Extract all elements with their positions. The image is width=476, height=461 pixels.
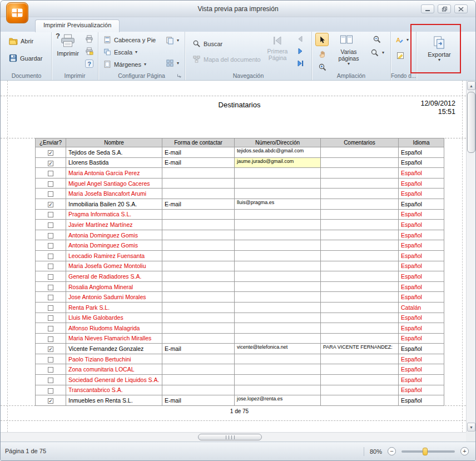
column-header: ¿Enviar? [36, 138, 66, 147]
cell-nombre: Maria Josefa Blancafort Arumi [66, 189, 162, 199]
marca-agua-button[interactable]: A ▾ [393, 34, 410, 46]
margenes-button[interactable]: Márgenes ▾ [102, 59, 148, 70]
cell-enviar [36, 230, 66, 240]
document-date: 12/09/2012 [362, 100, 455, 108]
table-row: Sociedad General de Liquidos S.A.Español [36, 375, 444, 385]
cell-idioma: Español [399, 292, 444, 303]
varias-paginas-button[interactable]: Varias páginas ▾ [331, 48, 366, 66]
cell-forma: E-mail [162, 344, 235, 354]
zoom-in-status-button[interactable]: + [460, 447, 469, 455]
chevron-down-icon: ▾ [406, 38, 409, 42]
cell-idioma: Español [399, 354, 444, 364]
cell-numero: jaume.jurado@gmail.com [235, 157, 321, 168]
pagina-anterior-button[interactable] [294, 33, 306, 44]
group-documento: Abrir Guardar Documento [2, 32, 52, 80]
margins-icon [103, 60, 111, 68]
cell-nombre: General de Radiadores S.A. [66, 271, 162, 282]
pagina-siguiente-button[interactable] [294, 46, 306, 57]
cell-enviar [36, 385, 66, 395]
guardar-button[interactable]: Guardar [7, 53, 44, 63]
ultima-pagina-button[interactable] [294, 58, 306, 69]
document-time: 15:51 [362, 108, 455, 116]
escala-button[interactable]: Escala ▾ [102, 47, 139, 57]
application-button[interactable] [6, 2, 28, 23]
cell-idioma: Español [399, 199, 444, 209]
cell-enviar [36, 168, 66, 179]
page-preview[interactable]: Destinatarios 12/09/2012 15:51 ¿Enviar?N… [1, 81, 466, 432]
zoom-in-icon [318, 63, 327, 72]
cell-comentarios [321, 230, 399, 240]
cell-nombre: Renta Park S.L. [66, 302, 162, 313]
cell-enviar [36, 240, 66, 251]
enviar-checkbox [48, 171, 53, 176]
cell-idioma: Español [399, 281, 444, 292]
scroll-up-button[interactable]: ▲ [467, 81, 475, 90]
mapa-documento-button[interactable]: Mapa del documento [191, 54, 262, 65]
table-row: Jose Antonio Sadurni MoralesEspañol [36, 292, 444, 303]
primera-pagina-button[interactable]: Primera Página [264, 32, 291, 70]
horizontal-scroll-thumb[interactable] [198, 434, 262, 440]
printer-icon: ? [60, 33, 76, 48]
scale-icon [103, 48, 111, 56]
zoom-in-button[interactable] [316, 62, 329, 73]
pointer-tool-button[interactable] [315, 33, 329, 46]
cell-comentarios [321, 354, 399, 364]
preview-area: Destinatarios 12/09/2012 15:51 ¿Enviar?N… [1, 81, 475, 442]
table-row: Javier Martínez MartínezEspañol [36, 220, 444, 230]
cell-numero [235, 292, 321, 303]
zoom-slider[interactable] [401, 450, 455, 453]
cell-idioma: Español [399, 271, 444, 282]
zoom-out-button[interactable] [371, 34, 383, 45]
cell-idioma: Español [399, 230, 444, 240]
cell-comentarios [321, 240, 399, 251]
cell-numero: vicente@telefonica.net [235, 344, 321, 354]
imprimir-button[interactable]: ? Imprimir [53, 32, 82, 70]
horizontal-scrollbar[interactable] [1, 432, 466, 442]
abrir-button[interactable]: Abrir [7, 36, 35, 46]
page-indicator: Página 1 de 75 [5, 448, 46, 454]
enviar-checkbox [48, 305, 53, 311]
column-header: Forma de contactar [162, 138, 235, 147]
varias-paginas-icon-button[interactable] [338, 33, 355, 47]
cell-idioma: Español [399, 168, 444, 179]
zoom-out-status-button[interactable]: − [388, 447, 396, 455]
paper-size-dropdown-button[interactable]: ▾ [164, 58, 181, 68]
cell-idioma: Español [399, 178, 444, 189]
cabecera-pie-button[interactable]: Cabecera y Pie [102, 34, 157, 45]
cell-forma [162, 271, 235, 282]
quick-print-button[interactable] [83, 34, 95, 44]
cell-forma [162, 292, 235, 303]
vertical-scrollbar[interactable]: ▲ ▼ [466, 81, 475, 432]
vertical-scroll-thumb[interactable] [467, 92, 475, 153]
tab-imprimir-previsualizacion[interactable]: Imprimir Previsualización [35, 19, 120, 32]
maximize-button[interactable] [438, 4, 451, 13]
cell-forma [162, 323, 235, 334]
guardar-label: Guardar [20, 55, 42, 62]
orientation-dropdown-button[interactable]: ▾ [164, 35, 181, 46]
close-button[interactable] [454, 4, 468, 13]
cell-forma: E-mail [162, 147, 235, 158]
exportar-button[interactable]: Exportar ▾ [421, 33, 458, 72]
hand-icon [318, 50, 326, 58]
cell-forma [162, 375, 235, 385]
hand-tool-button[interactable] [315, 47, 329, 61]
chevron-down-icon: ▾ [438, 58, 440, 62]
cell-comentarios [321, 323, 399, 334]
group-ampliacion: Varias páginas ▾ ▾ Ampliación [312, 32, 391, 80]
document-map-icon [192, 55, 201, 63]
title-bar[interactable]: Vista previa para impresión [1, 1, 475, 17]
scroll-down-button[interactable]: ▼ [467, 423, 475, 432]
table-row: General de Radiadores S.A.Español [36, 271, 444, 282]
buscar-button[interactable]: Buscar [191, 38, 224, 49]
zoom-dropdown-button[interactable]: ▾ [369, 47, 386, 58]
color-pagina-button[interactable] [394, 50, 406, 61]
cell-numero [235, 261, 321, 271]
cell-forma [162, 178, 235, 189]
cell-numero [235, 385, 321, 395]
cell-numero [235, 271, 321, 282]
minimize-button[interactable] [421, 4, 434, 13]
cell-idioma: Español [399, 189, 444, 199]
zoom-slider-thumb[interactable] [423, 448, 428, 455]
help-button[interactable]: ? [83, 58, 95, 69]
print-options-button[interactable] [83, 46, 95, 56]
